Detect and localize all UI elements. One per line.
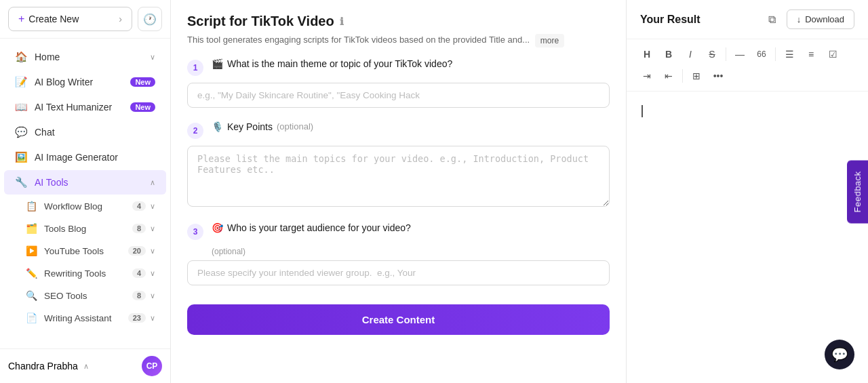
checklist-button[interactable]: ☑ — [823, 45, 842, 64]
book-icon: 📝 — [15, 76, 28, 88]
create-content-button[interactable]: Create Content — [187, 304, 610, 335]
download-button[interactable]: ↓ Download — [787, 9, 854, 29]
sidebar: + Create New › 🕐 🏠 Home ∨ 📝 AI Blog Writ… — [0, 0, 171, 383]
sidebar-item-label: Chat — [35, 127, 155, 138]
chevron-down-icon: ∨ — [150, 224, 155, 233]
home-icon: 🏠 — [15, 51, 28, 63]
image-icon: 🖼️ — [15, 151, 28, 163]
sidebar-item-blog-workflow[interactable]: 📋 Workflow Blog 4 ∨ — [4, 195, 166, 217]
strikethrough-button[interactable]: S — [703, 45, 722, 64]
question-label-3: 🎯 Who is your target audience for your v… — [212, 222, 411, 233]
question-number-1: 1 — [187, 60, 203, 76]
history-icon: 🕐 — [143, 13, 157, 26]
main-content: Script for TikTok Video ℹ This tool gene… — [171, 0, 868, 383]
italic-button[interactable]: I — [681, 45, 700, 64]
sidebar-item-label: AI Image Generator — [35, 152, 155, 163]
question-row-3: 3 🎯 Who is your target audience for your… — [187, 222, 610, 240]
outdent-button[interactable]: ⇤ — [659, 66, 678, 85]
question-3-input[interactable] — [187, 260, 610, 285]
copy-button[interactable]: ⧉ — [763, 11, 781, 28]
sub-item-label: Tools Blog — [44, 224, 86, 234]
count-badge: 4 — [132, 201, 146, 211]
toolbar-divider-3 — [682, 69, 683, 83]
question-emoji-1: 🎬 — [212, 58, 223, 69]
blog-tools-icon: 🗂️ — [26, 223, 37, 234]
avatar: CP — [142, 356, 162, 376]
form-section-1: 1 🎬 What is the main theme or topic of y… — [187, 58, 610, 108]
chevron-down-icon: ∨ — [150, 247, 155, 256]
new-badge: New — [130, 102, 155, 112]
tools-icon: 🔧 — [15, 176, 28, 188]
writing-icon: 📄 — [26, 313, 37, 323]
count-badge: 8 — [132, 291, 146, 300]
question-1-input[interactable] — [187, 83, 610, 108]
sidebar-item-youtube-tools[interactable]: ▶️ YouTube Tools 20 ∨ — [4, 240, 166, 262]
chevron-down-icon: ∨ — [150, 269, 155, 278]
sidebar-item-writing-assistant[interactable]: 📄 Writing Assistant 23 ∨ — [4, 307, 166, 329]
create-new-button[interactable]: + Create New › — [8, 7, 132, 31]
sidebar-item-rewriting-tools[interactable]: ✏️ Rewriting Tools 4 ∨ — [4, 262, 166, 284]
hr-button[interactable]: — — [730, 45, 749, 64]
count-badge: 20 — [128, 246, 146, 256]
more-button[interactable]: more — [535, 34, 564, 47]
more-options-button[interactable]: ••• — [709, 66, 728, 85]
tool-header: Script for TikTok Video ℹ This tool gene… — [187, 14, 610, 47]
info-icon[interactable]: ℹ — [340, 16, 344, 28]
toolbar-divider-2 — [775, 47, 776, 61]
toolbar: H B I S — 66 ☰ ≡ ☑ ⇥ ⇤ ⊞ ••• — [627, 39, 868, 92]
sidebar-item-ai-blog-writer[interactable]: 📝 AI Blog Writer New — [4, 70, 166, 94]
question-label-2: 🎙️ Key Points (optional) — [212, 121, 313, 132]
user-name: Chandra Prabha — [8, 361, 78, 371]
sidebar-item-seo-tools[interactable]: 🔍 SEO Tools 8 ∨ — [4, 285, 166, 306]
optional-tag-2: (optional) — [277, 121, 313, 132]
sidebar-item-label: AI Tools — [35, 177, 147, 188]
sidebar-item-label: AI Blog Writer — [35, 77, 130, 87]
chevron-up-icon: ∧ — [150, 178, 155, 187]
quote-button[interactable]: 66 — [752, 45, 771, 64]
user-info[interactable]: Chandra Prabha ∧ — [8, 361, 142, 371]
sidebar-item-ai-image-generator[interactable]: 🖼️ AI Image Generator — [4, 145, 166, 169]
sidebar-item-ai-text-humanizer[interactable]: 📖 AI Text Humanizer New — [4, 95, 166, 119]
sub-item-label: YouTube Tools — [44, 246, 104, 256]
rewriting-icon: ✏️ — [26, 268, 37, 279]
chat-bubble-button[interactable]: 💬 — [825, 340, 854, 369]
seo-icon: 🔍 — [26, 290, 37, 301]
sidebar-item-label: AI Text Humanizer — [35, 102, 130, 113]
copy-icon: ⧉ — [768, 14, 776, 26]
sub-item-label: Workflow Blog — [44, 201, 102, 211]
download-label: Download — [805, 14, 844, 24]
bold-button[interactable]: B — [659, 45, 678, 64]
heading-button[interactable]: H — [637, 45, 656, 64]
tool-title: Script for TikTok Video ℹ — [187, 14, 610, 29]
sub-item-label: Rewriting Tools — [44, 268, 106, 279]
sidebar-top: + Create New › 🕐 — [0, 0, 170, 39]
question-number-3: 3 — [187, 224, 203, 240]
tool-description: This tool generates engaging scripts for… — [187, 33, 610, 47]
question-number-2: 2 — [187, 123, 203, 139]
bullet-list-button[interactable]: ☰ — [780, 45, 799, 64]
question-emoji-3: 🎯 — [212, 222, 223, 233]
sidebar-item-home[interactable]: 🏠 Home ∨ — [4, 45, 166, 69]
question-label-1: 🎬 What is the main theme or topic of you… — [212, 58, 452, 69]
chevron-up-icon: ∧ — [83, 362, 89, 371]
chevron-down-icon: ∨ — [150, 202, 155, 211]
sidebar-item-ai-chat[interactable]: 💬 Chat — [4, 120, 166, 144]
question-2-textarea[interactable] — [187, 146, 610, 207]
create-new-label: Create New — [28, 14, 79, 24]
optional-label-3: (optional) — [212, 247, 610, 256]
header-actions: ⧉ ↓ Download — [763, 9, 854, 29]
ordered-list-button[interactable]: ≡ — [802, 45, 821, 64]
table-button[interactable]: ⊞ — [687, 66, 706, 85]
indent-button[interactable]: ⇥ — [637, 66, 656, 85]
sidebar-footer: Chandra Prabha ∧ CP — [0, 348, 170, 383]
result-area — [627, 92, 868, 383]
sub-item-label: SEO Tools — [44, 291, 87, 301]
plus-icon: + — [18, 13, 24, 25]
sidebar-item-blog-tools[interactable]: 🗂️ Tools Blog 8 ∨ — [4, 218, 166, 239]
feedback-button[interactable]: Feedback — [847, 160, 868, 223]
chevron-down-icon: ∨ — [150, 291, 155, 300]
history-button[interactable]: 🕐 — [138, 7, 162, 31]
chat-icon: 💬 — [15, 126, 28, 138]
chevron-down-icon: ∨ — [150, 53, 155, 62]
sidebar-item-ai-tools[interactable]: 🔧 AI Tools ∧ — [4, 170, 166, 195]
